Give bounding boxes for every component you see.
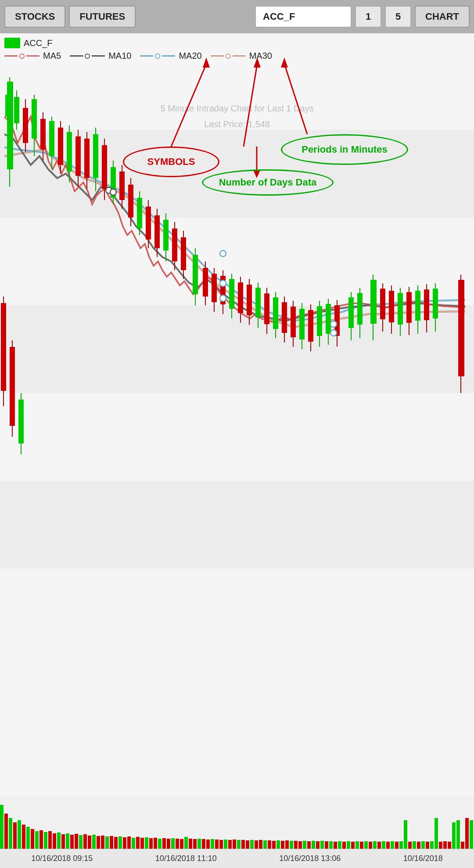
svg-rect-193 (303, 841, 306, 849)
svg-rect-56 (229, 279, 234, 309)
svg-rect-175 (224, 839, 227, 849)
svg-rect-126 (9, 818, 12, 849)
svg-rect-189 (285, 840, 289, 849)
svg-rect-135 (48, 831, 52, 849)
svg-rect-188 (281, 841, 284, 849)
svg-rect-217 (408, 842, 412, 849)
svg-rect-46 (181, 237, 186, 270)
chart-button[interactable]: CHART (415, 6, 470, 28)
svg-rect-230 (465, 818, 469, 849)
svg-rect-224 (439, 842, 442, 849)
svg-rect-163 (171, 838, 175, 849)
annotation-days: Number of Days Data (202, 169, 334, 196)
svg-rect-66 (273, 297, 278, 329)
futures-button[interactable]: FUTURES (69, 6, 136, 28)
svg-rect-207 (364, 841, 368, 849)
svg-rect-94 (406, 292, 412, 323)
svg-rect-84 (357, 293, 363, 325)
header-bar: STOCKS FUTURES 1 5 CHART (0, 0, 474, 33)
svg-rect-141 (75, 834, 78, 849)
svg-rect-214 (395, 842, 399, 849)
svg-rect-206 (360, 842, 363, 849)
annotation-periods-label: Periods in Minutes (302, 144, 388, 155)
svg-rect-100 (433, 289, 438, 318)
svg-rect-179 (241, 840, 245, 849)
svg-rect-133 (40, 830, 43, 849)
svg-rect-168 (193, 839, 197, 849)
svg-rect-152 (123, 837, 126, 849)
svg-rect-165 (180, 839, 183, 849)
svg-rect-174 (219, 840, 223, 849)
svg-rect-148 (105, 836, 109, 849)
svg-rect-151 (118, 836, 122, 849)
svg-rect-208 (369, 842, 372, 849)
svg-rect-60 (247, 285, 252, 315)
annotation-symbols-label: SYMBOLS (147, 156, 195, 168)
svg-rect-90 (389, 291, 394, 322)
svg-rect-194 (307, 841, 311, 849)
svg-rect-145 (92, 835, 96, 849)
svg-rect-48 (193, 255, 198, 294)
svg-point-111 (220, 250, 226, 257)
svg-rect-52 (212, 274, 217, 302)
svg-rect-182 (255, 840, 258, 849)
svg-rect-218 (413, 841, 416, 849)
svg-point-114 (330, 321, 337, 327)
svg-rect-184 (263, 840, 267, 849)
svg-rect-44 (172, 229, 177, 261)
svg-rect-154 (132, 838, 135, 849)
annotation-periods: Periods in Minutes (281, 134, 408, 165)
svg-rect-134 (44, 832, 47, 849)
svg-rect-104 (1, 303, 6, 391)
svg-rect-178 (237, 840, 241, 849)
svg-rect-138 (61, 834, 65, 849)
time-label-2: 10/16/2018 11:10 (155, 854, 217, 863)
svg-rect-205 (356, 841, 359, 849)
svg-rect-78 (326, 304, 331, 334)
svg-rect-200 (334, 842, 337, 849)
svg-rect-186 (272, 841, 276, 849)
svg-rect-221 (426, 842, 429, 849)
svg-rect-157 (145, 837, 148, 849)
svg-rect-169 (198, 839, 201, 849)
svg-rect-129 (22, 825, 25, 849)
svg-rect-167 (189, 839, 192, 849)
svg-rect-161 (162, 838, 166, 849)
svg-rect-159 (154, 838, 157, 849)
svg-rect-209 (373, 841, 377, 849)
svg-rect-219 (417, 842, 420, 849)
svg-rect-201 (338, 841, 341, 849)
svg-rect-190 (290, 841, 293, 849)
annotation-symbols: SYMBOLS (123, 146, 219, 177)
svg-rect-137 (57, 832, 61, 849)
periods-input[interactable]: 5 (385, 6, 411, 28)
svg-rect-131 (31, 829, 34, 849)
svg-rect-170 (202, 839, 205, 849)
svg-rect-96 (415, 291, 420, 321)
svg-rect-142 (79, 835, 83, 849)
days-input[interactable]: 1 (355, 6, 381, 28)
svg-rect-143 (83, 834, 87, 849)
svg-rect-203 (347, 841, 350, 849)
stocks-button[interactable]: STOCKS (4, 6, 65, 28)
svg-rect-98 (424, 289, 429, 320)
symbol-input[interactable] (255, 6, 352, 28)
svg-rect-197 (320, 841, 324, 849)
svg-rect-149 (110, 836, 113, 849)
svg-rect-153 (127, 836, 131, 849)
svg-rect-124 (0, 805, 4, 849)
time-label-1: 10/16/2018 09:15 (31, 854, 93, 863)
svg-rect-86 (370, 280, 377, 324)
svg-rect-139 (66, 833, 69, 849)
svg-rect-136 (53, 833, 56, 849)
svg-rect-160 (158, 839, 162, 849)
svg-rect-213 (391, 841, 394, 849)
svg-rect-231 (470, 820, 473, 849)
svg-rect-202 (342, 842, 346, 849)
svg-rect-215 (399, 841, 403, 849)
svg-rect-144 (88, 836, 91, 849)
svg-rect-212 (386, 842, 390, 849)
annotation-days-label: Number of Days Data (219, 177, 317, 188)
svg-rect-185 (268, 840, 271, 849)
svg-rect-76 (317, 306, 322, 336)
